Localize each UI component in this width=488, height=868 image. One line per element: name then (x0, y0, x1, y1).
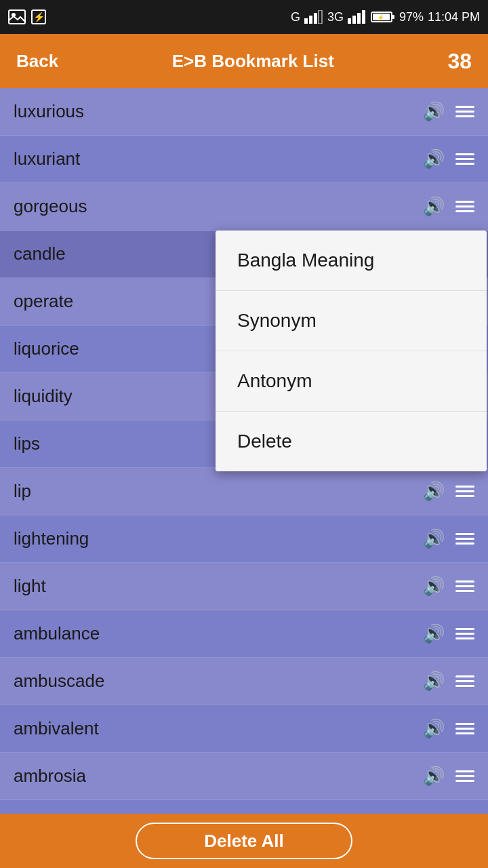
word-label: light (14, 576, 46, 597)
svg-rect-8 (348, 18, 351, 24)
context-menu-delete[interactable]: Delete (216, 412, 487, 471)
word-label: ambuscade (14, 671, 104, 692)
menu-button[interactable] (455, 770, 474, 782)
context-menu-synonym[interactable]: Synonym (216, 291, 487, 351)
toolbar-title: E>B Bookmark List (172, 51, 334, 72)
menu-button[interactable] (455, 486, 474, 497)
svg-rect-10 (357, 13, 361, 24)
list-item[interactable]: lightening 🔊 (0, 515, 488, 563)
item-actions: 🔊 (423, 671, 474, 692)
word-label: liquidity (14, 386, 73, 407)
item-actions: 🔊 (423, 149, 474, 170)
word-label: lips (14, 433, 40, 454)
item-actions: 🔊 (423, 576, 474, 597)
menu-button[interactable] (455, 675, 474, 687)
sound-button[interactable]: 🔊 (423, 101, 445, 122)
list-item[interactable]: ambuscade 🔊 (0, 658, 488, 705)
word-label: ambulance (14, 623, 100, 644)
sound-button[interactable]: 🔊 (423, 576, 445, 597)
svg-text:⚡: ⚡ (376, 14, 384, 22)
svg-text:⚡: ⚡ (33, 12, 45, 23)
menu-button[interactable] (455, 106, 474, 117)
status-icons: ⚡ (8, 9, 46, 24)
svg-rect-13 (392, 15, 394, 19)
image-icon (8, 9, 26, 24)
item-actions: 🔊 (423, 196, 474, 217)
network-type: 3G (327, 10, 344, 24)
signal-bars-2 (348, 10, 367, 24)
word-label: luxuriant (14, 149, 80, 170)
context-menu-bangla-meaning[interactable]: Bangla Meaning (216, 231, 487, 291)
word-label: lightening (14, 528, 89, 549)
item-actions: 🔊 (423, 623, 474, 644)
list-item[interactable]: ambrosia 🔊 (0, 753, 488, 800)
item-actions: 🔊 (423, 528, 474, 549)
bottom-bar: Delete All (0, 814, 488, 868)
list-item[interactable]: ambulance 🔊 (0, 610, 488, 658)
sound-button[interactable]: 🔊 (423, 481, 445, 502)
list-item[interactable]: light 🔊 (0, 563, 488, 610)
svg-rect-6 (314, 13, 317, 24)
context-menu-antonym[interactable]: Antonym (216, 351, 487, 412)
clock: 11:04 PM (428, 10, 480, 24)
list-item[interactable]: luxurious 🔊 (0, 88, 488, 136)
list-item[interactable]: luxuriant 🔊 (0, 136, 488, 183)
word-label: luxurious (14, 101, 84, 122)
battery-percent: 97% (399, 10, 424, 24)
back-button[interactable]: Back (16, 51, 58, 72)
bookmark-count: 38 (447, 49, 472, 74)
context-menu: Bangla Meaning Synonym Antonym Delete (216, 231, 487, 471)
status-bar: ⚡ G 3G ⚡ 97% 11:04 PM (0, 0, 488, 34)
svg-rect-11 (362, 10, 365, 24)
network-indicator: G (291, 10, 300, 24)
word-label: candle (14, 243, 66, 264)
word-label: operate (14, 291, 73, 312)
sound-button[interactable]: 🔊 (423, 196, 445, 217)
word-label: ambivalent (14, 718, 99, 739)
list-item[interactable]: ambivalent 🔊 (0, 705, 488, 753)
sound-button[interactable]: 🔊 (423, 528, 445, 549)
svg-rect-5 (309, 16, 312, 24)
menu-button[interactable] (455, 153, 474, 165)
sound-button[interactable]: 🔊 (423, 766, 445, 787)
sound-button[interactable]: 🔊 (423, 149, 445, 170)
svg-rect-4 (304, 18, 308, 24)
usb-icon: ⚡ (31, 9, 46, 24)
word-label: ambrosia (14, 766, 86, 787)
word-label: gorgeous (14, 196, 87, 217)
sound-button[interactable]: 🔊 (423, 718, 445, 739)
svg-rect-9 (352, 16, 356, 24)
item-actions: 🔊 (423, 766, 474, 787)
battery-icon: ⚡ (371, 11, 395, 23)
word-label: liquorice (14, 338, 79, 359)
signal-bars (304, 10, 323, 24)
menu-button[interactable] (455, 201, 474, 212)
menu-button[interactable] (455, 628, 474, 639)
menu-button[interactable] (455, 580, 474, 592)
list-item[interactable]: lip 🔊 (0, 468, 488, 515)
delete-all-button[interactable]: Delete All (136, 823, 352, 859)
item-actions: 🔊 (423, 718, 474, 739)
sound-button[interactable]: 🔊 (423, 671, 445, 692)
menu-button[interactable] (455, 723, 474, 734)
status-right: G 3G ⚡ 97% 11:04 PM (291, 10, 480, 24)
item-actions: 🔊 (423, 481, 474, 502)
svg-rect-0 (9, 10, 25, 24)
menu-button[interactable] (455, 533, 474, 545)
word-label: lip (14, 481, 31, 502)
sound-button[interactable]: 🔊 (423, 623, 445, 644)
toolbar: Back E>B Bookmark List 38 (0, 34, 488, 88)
item-actions: 🔊 (423, 101, 474, 122)
svg-rect-7 (319, 10, 322, 24)
list-item[interactable]: gorgeous 🔊 (0, 183, 488, 231)
